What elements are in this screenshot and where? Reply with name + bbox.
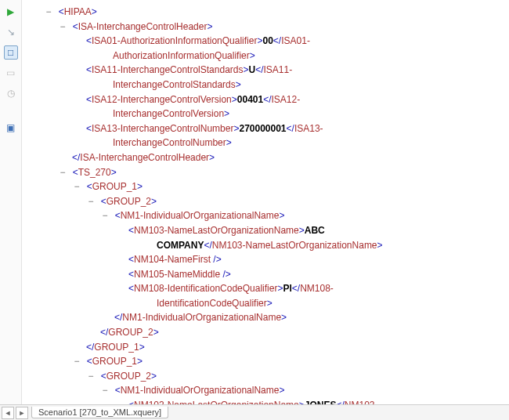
fold-toggle[interactable]: − <box>86 194 96 209</box>
blank-icon[interactable]: ▭ <box>4 66 18 80</box>
fold-toggle[interactable]: − <box>100 383 110 398</box>
tag-isa13: ISA13-InterchangeControlNumber <box>92 123 233 134</box>
tag-hipaa: HIPAA <box>64 6 92 17</box>
next-scenario-button[interactable]: ► <box>16 407 28 419</box>
prev-scenario-button[interactable]: ◄ <box>2 407 14 419</box>
fold-toggle[interactable]: − <box>58 165 67 180</box>
fold-toggle[interactable]: − <box>86 369 96 384</box>
tag-group1: GROUP_1 <box>92 181 137 192</box>
val-nm103-company-b: COMPANY <box>157 240 204 251</box>
scenario-tab[interactable]: Scenario1 [270_to_XML.xquery] <box>31 407 168 418</box>
val-isa12: 00401 <box>237 94 263 105</box>
fold-toggle[interactable]: − <box>72 354 81 369</box>
tag-nm108: NM108-IdentificationCodeQualifier <box>134 283 277 294</box>
fold-toggle[interactable]: − <box>58 20 67 34</box>
fold-toggle[interactable]: − <box>72 179 81 194</box>
tag-isa01: ISA01-AuthorizationInformationQualifier <box>92 35 257 46</box>
val-isa13: 270000001 <box>239 123 286 134</box>
tag-nm104: NM104-NameFirst <box>134 254 211 265</box>
tag-group2: GROUP_2 <box>106 196 151 207</box>
play-icon[interactable]: ▶ <box>4 5 18 19</box>
tag-ts270: TS_270 <box>78 167 111 178</box>
timer-icon[interactable]: ◷ <box>4 86 18 100</box>
tag-nm103: NM103-NameLastOrOrganizationName <box>134 225 299 236</box>
tag-nm1: NM1-IndividualOrOrganizationalName <box>121 210 280 221</box>
fold-toggle[interactable]: − <box>44 5 53 20</box>
tag-nm105: NM105-NameMiddle <box>134 269 220 280</box>
tag-isa12: ISA12-InterchangeControlVersion <box>92 94 232 105</box>
val-isa01: 00 <box>262 35 273 46</box>
tag-isa-header: ISA-InterchangeControlHeader <box>78 21 208 32</box>
save-icon[interactable]: ▣ <box>4 121 18 135</box>
step-icon[interactable]: ↘ <box>4 25 18 39</box>
val-isa11: U <box>248 64 255 75</box>
fold-toggle[interactable]: − <box>100 208 110 223</box>
xml-editor: − <HIPAA> − <ISA-InterchangeControlHeade… <box>22 0 509 404</box>
vertical-toolbar: ▶ ↘ □ ▭ ◷ ▣ <box>0 0 22 404</box>
footer-bar: ◄ ► Scenario1 [270_to_XML.xquery] <box>0 404 509 420</box>
select-tool-icon[interactable]: □ <box>4 45 18 60</box>
tag-isa11: ISA11-InterchangeControlStandards <box>92 64 243 75</box>
val-nm103-company-a: ABC <box>305 225 325 236</box>
val-nm108: PI <box>283 283 291 294</box>
